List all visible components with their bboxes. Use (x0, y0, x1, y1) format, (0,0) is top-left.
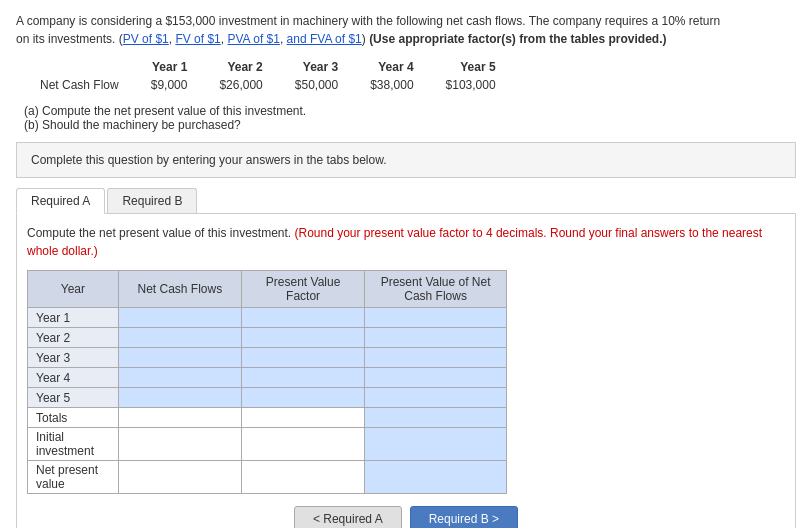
compute-note-black: Compute the net present value of this in… (27, 226, 291, 240)
pv-link[interactable]: PV of $1 (123, 32, 169, 46)
npv-ncf (118, 461, 241, 494)
npv-pvf (241, 461, 364, 494)
col-year: Year (28, 271, 119, 308)
row-year4-ncf[interactable] (118, 368, 241, 388)
row-year1-label: Year 1 (28, 308, 119, 328)
input-initial-ncf[interactable] (123, 437, 237, 451)
nav-buttons: < Required A Required B > (27, 506, 785, 528)
prev-button[interactable]: < Required A (294, 506, 402, 528)
cf-y2: $26,000 (203, 76, 278, 94)
totals-label: Totals (28, 408, 119, 428)
col-ncf: Net Cash Flows (118, 271, 241, 308)
input-initial-pv[interactable] (369, 437, 502, 451)
row-year4-pvf[interactable] (241, 368, 364, 388)
input-year5-pv[interactable] (369, 391, 502, 405)
cf-header-y3: Year 3 (279, 58, 354, 76)
instructions-block: (a) Compute the net present value of thi… (24, 104, 796, 132)
cf-header-y1: Year 1 (135, 58, 204, 76)
tab-required-b[interactable]: Required B (107, 188, 197, 213)
fva-link[interactable]: and FVA of $1 (287, 32, 362, 46)
cf-y3: $50,000 (279, 76, 354, 94)
initial-label: Initial investment (28, 428, 119, 461)
input-year2-ncf[interactable] (123, 331, 237, 345)
input-year1-pvf[interactable] (246, 311, 360, 325)
compute-note: Compute the net present value of this in… (27, 224, 785, 260)
input-year1-ncf[interactable] (123, 311, 237, 325)
input-year1-pv[interactable] (369, 311, 502, 325)
row-year3-ncf[interactable] (118, 348, 241, 368)
npv-pv[interactable] (365, 461, 507, 494)
col-pv: Present Value of Net Cash Flows (365, 271, 507, 308)
cash-flow-table: Year 1 Year 2 Year 3 Year 4 Year 5 Net C… (24, 58, 512, 94)
cf-y5: $103,000 (430, 76, 512, 94)
totals-pv[interactable] (365, 408, 507, 428)
instruction-a: (a) Compute the net present value of thi… (24, 104, 796, 118)
tab-content: Compute the net present value of this in… (16, 214, 796, 528)
input-year3-pv[interactable] (369, 351, 502, 365)
row-year4-label: Year 4 (28, 368, 119, 388)
tabs-bar: Required A Required B (16, 188, 796, 214)
question-box-text: Complete this question by entering your … (31, 153, 781, 167)
row-year1-pv[interactable] (365, 308, 507, 328)
input-year5-ncf[interactable] (123, 391, 237, 405)
row-year3-label: Year 3 (28, 348, 119, 368)
input-year4-ncf[interactable] (123, 371, 237, 385)
tabs-container: Required A Required B Compute the net pr… (16, 188, 796, 528)
cf-header-y5: Year 5 (430, 58, 512, 76)
fv-link[interactable]: FV of $1 (175, 32, 220, 46)
totals-row: Totals (28, 408, 507, 428)
input-totals-ncf[interactable] (123, 411, 237, 425)
input-year3-pvf[interactable] (246, 351, 360, 365)
question-box: Complete this question by entering your … (16, 142, 796, 178)
input-year2-pvf[interactable] (246, 331, 360, 345)
cf-header-y2: Year 2 (203, 58, 278, 76)
initial-pv[interactable] (365, 428, 507, 461)
intro-line1: A company is considering a $153,000 inve… (16, 12, 796, 48)
row-year5-ncf[interactable] (118, 388, 241, 408)
input-totals-pv[interactable] (369, 411, 502, 425)
page-container: A company is considering a $153,000 inve… (16, 12, 796, 528)
row-year5-pvf[interactable] (241, 388, 364, 408)
tab-required-a[interactable]: Required A (16, 188, 105, 214)
row-year5-label: Year 5 (28, 388, 119, 408)
col-pvf: Present Value Factor (241, 271, 364, 308)
bold-instruction: (Use appropriate factor(s) from the tabl… (369, 32, 666, 46)
row-year2-label: Year 2 (28, 328, 119, 348)
table-row: Year 2 (28, 328, 507, 348)
cf-y4: $38,000 (354, 76, 429, 94)
row-year5-pv[interactable] (365, 388, 507, 408)
totals-pvf (241, 408, 364, 428)
pva-link[interactable]: PVA of $1 (227, 32, 279, 46)
row-year3-pvf[interactable] (241, 348, 364, 368)
input-year5-pvf[interactable] (246, 391, 360, 405)
row-year3-pv[interactable] (365, 348, 507, 368)
table-row: Year 3 (28, 348, 507, 368)
cf-y1: $9,000 (135, 76, 204, 94)
cf-row-label: Net Cash Flow (24, 76, 135, 94)
table-row: Year 1 (28, 308, 507, 328)
row-year2-ncf[interactable] (118, 328, 241, 348)
row-year2-pv[interactable] (365, 328, 507, 348)
instruction-b: (b) Should the machinery be purchased? (24, 118, 796, 132)
table-row: Year 4 (28, 368, 507, 388)
input-year2-pv[interactable] (369, 331, 502, 345)
npv-label: Net present value (28, 461, 119, 494)
next-button[interactable]: Required B > (410, 506, 518, 528)
table-row: Year 5 (28, 388, 507, 408)
row-year1-ncf[interactable] (118, 308, 241, 328)
row-year2-pvf[interactable] (241, 328, 364, 348)
data-table: Year Net Cash Flows Present Value Factor… (27, 270, 507, 494)
row-year4-pv[interactable] (365, 368, 507, 388)
initial-ncf[interactable] (118, 428, 241, 461)
row-year1-pvf[interactable] (241, 308, 364, 328)
input-year4-pv[interactable] (369, 371, 502, 385)
input-year4-pvf[interactable] (246, 371, 360, 385)
input-npv-pv[interactable] (369, 470, 502, 484)
totals-ncf[interactable] (118, 408, 241, 428)
input-year3-ncf[interactable] (123, 351, 237, 365)
cf-header-y4: Year 4 (354, 58, 429, 76)
initial-pvf (241, 428, 364, 461)
npv-row: Net present value (28, 461, 507, 494)
initial-investment-row: Initial investment (28, 428, 507, 461)
